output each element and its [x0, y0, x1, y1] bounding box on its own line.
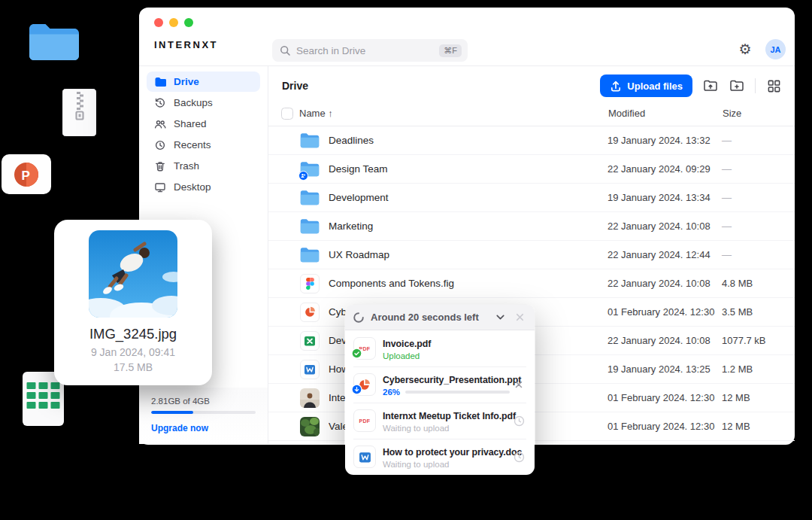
shared-badge-icon: [298, 171, 308, 181]
row-size: —: [722, 249, 795, 260]
ppt-file-icon: [353, 373, 376, 396]
toolbar-divider: [755, 78, 756, 93]
row-modified: 01 February 2024. 12:30: [607, 306, 722, 318]
word-file-icon: [353, 445, 376, 468]
svg-text:P: P: [22, 168, 30, 182]
sort-asc-icon: ↑: [328, 108, 333, 119]
preview-filename: IMG_3245.jpg: [54, 326, 212, 342]
sidebar-item-label: Drive: [174, 76, 199, 87]
sidebar-item-desktop[interactable]: Desktop: [147, 177, 260, 197]
sidebar-item-shared[interactable]: Shared: [147, 114, 260, 134]
pending-clock-icon: [511, 413, 526, 428]
row-name: Development: [329, 192, 607, 203]
sidebar-item-drive[interactable]: Drive: [147, 71, 260, 92]
row-size: 1.2 MB: [722, 363, 795, 375]
upload-progress-bar: [405, 391, 510, 394]
upload-item-status: Waiting to upload: [383, 460, 449, 469]
sidebar-item-label: Shared: [174, 118, 207, 129]
breadcrumb: Drive: [282, 80, 308, 92]
window-topbar: INTERNXT ⌘F ⚙ JA: [139, 8, 795, 66]
avatar[interactable]: JA: [765, 39, 786, 59]
sidebar-item-label: Trash: [174, 160, 199, 172]
row-size: —: [722, 135, 795, 146]
sidebar-item-label: Backups: [174, 97, 213, 108]
collapse-panel-button[interactable]: [492, 310, 508, 325]
search-bar[interactable]: ⌘F: [272, 39, 468, 62]
upload-percent: 26%: [383, 388, 400, 397]
row-size: 1077.7 kB: [722, 335, 795, 346]
row-modified: 22 January 2024. 10:08: [607, 220, 722, 232]
row-size: 12 MB: [722, 421, 795, 432]
uploading-arrow-icon: [351, 384, 362, 398]
table-row[interactable]: UX Roadmap22 January 2024. 12:44—: [268, 241, 795, 269]
upload-item: PDFInvoice.pdfUploaded: [345, 330, 535, 366]
row-size: 3.5 MB: [722, 306, 795, 318]
column-header-size: Size: [723, 108, 741, 119]
row-modified: 01 February 2024. 12:30: [607, 392, 722, 403]
desktop-icon: [154, 181, 166, 193]
settings-gear-icon[interactable]: ⚙: [737, 41, 753, 58]
photo-thumbnail: [300, 417, 320, 436]
minimize-window-button[interactable]: [169, 18, 178, 27]
powerpoint-file-icon: [300, 303, 320, 322]
upload-folder-button[interactable]: [702, 78, 719, 94]
upload-item-status: Waiting to upload: [383, 424, 449, 433]
sidebar-item-backups[interactable]: Backups: [147, 93, 260, 113]
table-row[interactable]: Components and Tokens.fig22 January 2024…: [268, 269, 795, 298]
uploaded-check-icon: [351, 348, 362, 362]
row-size: —: [722, 220, 795, 232]
preview-size: 17.5 MB: [54, 360, 212, 375]
column-header-name[interactable]: Name ↑: [299, 108, 333, 119]
shared-icon: [154, 118, 166, 130]
sidebar-item-trash[interactable]: Trash: [147, 156, 260, 176]
row-modified: 19 January 2024. 13:34: [607, 192, 722, 203]
table-row[interactable]: Development19 January 2024. 13:34—: [268, 184, 795, 212]
zip-file-icon[interactable]: [62, 89, 96, 139]
spinner-icon: [353, 312, 365, 324]
table-row[interactable]: Marketing22 January 2024. 10:08—: [268, 212, 795, 241]
storage-progress-fill: [151, 411, 193, 414]
upload-item: Cybersecurity_Presentation.ppt26%: [345, 366, 535, 403]
new-folder-button[interactable]: [729, 78, 745, 94]
storage-usage-label: 2.81GB of 4GB: [151, 397, 256, 406]
sidebar-item-recents[interactable]: Recents: [147, 135, 260, 155]
sidebar-item-label: Recents: [174, 139, 211, 151]
folder-icon: [300, 217, 320, 236]
row-size: —: [722, 192, 795, 203]
close-window-button[interactable]: [154, 18, 163, 27]
photo-thumbnail: [300, 388, 320, 408]
row-size: —: [722, 163, 795, 175]
grid-view-button[interactable]: [765, 78, 782, 94]
figma-file-icon: [300, 274, 320, 293]
drive-icon: [154, 76, 166, 88]
storage-progress-bar: [151, 411, 256, 414]
row-size: 4.8 MB: [722, 278, 795, 289]
image-preview-card[interactable]: IMG_3245.jpg 9 Jan 2024, 09:41 17.5 MB: [54, 220, 212, 385]
internxt-logo: INTERNXT: [154, 39, 218, 50]
trash-icon: [154, 160, 166, 172]
cancel-upload-button[interactable]: [511, 377, 526, 392]
row-name: Marketing: [329, 220, 607, 232]
search-input[interactable]: [296, 45, 439, 56]
upload-files-button[interactable]: Upload files: [600, 75, 692, 97]
close-panel-button[interactable]: [512, 310, 527, 325]
excel-file-icon: [300, 331, 320, 351]
upload-item-name: Invoice.pdf: [383, 339, 431, 349]
row-modified: 22 January 2024. 10:08: [607, 335, 722, 346]
row-modified: 22 January 2024. 09:29: [607, 163, 722, 175]
upload-icon: [610, 80, 622, 92]
upload-item-name: Cybersecurity_Presentation.ppt: [383, 375, 521, 385]
storage-widget: 2.81GB of 4GB Upgrade now: [139, 388, 268, 444]
upgrade-now-link[interactable]: Upgrade now: [151, 423, 256, 433]
desktop-folder-icon[interactable]: [28, 20, 80, 68]
upload-item-name: Internxt Meetup Ticket Info.pdf: [383, 411, 516, 421]
select-all-checkbox[interactable]: [281, 108, 293, 120]
pdf-file-icon: PDF: [353, 409, 376, 432]
zoom-window-button[interactable]: [184, 18, 193, 27]
shared-folder-icon: [300, 160, 320, 179]
table-header: Name ↑ Modified Size: [268, 105, 795, 126]
table-row[interactable]: Design Team22 January 2024. 09:29—: [268, 155, 795, 184]
image-thumbnail: [89, 230, 177, 318]
table-row[interactable]: Deadlines19 January 2024. 13:32—: [268, 126, 795, 155]
powerpoint-file-icon[interactable]: P: [2, 154, 51, 194]
